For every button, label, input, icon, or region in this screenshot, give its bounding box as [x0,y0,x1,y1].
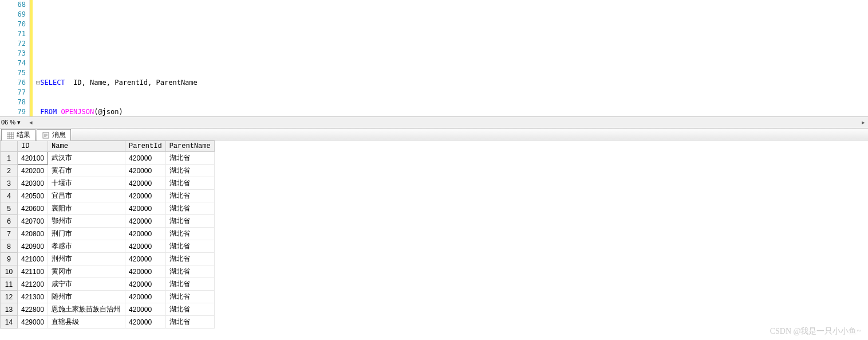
cell[interactable]: 孝感市 [48,240,125,253]
cell[interactable]: 湖北省 [165,291,214,303]
cell[interactable]: 湖北省 [165,228,214,240]
cell[interactable]: 420000 [125,228,166,240]
cell[interactable]: 黄冈市 [48,265,125,278]
row-number-cell[interactable]: 11 [1,278,18,291]
tab-messages[interactable]: 消息 [37,129,71,140]
row-number-cell[interactable]: 1 [1,152,18,165]
table-row[interactable]: 11421200咸宁市420000湖北省 [1,278,215,291]
row-number-cell[interactable]: 3 [1,177,18,190]
cell[interactable]: 420000 [125,253,166,265]
cell[interactable]: 鄂州市 [48,215,125,228]
cell[interactable]: 荆州市 [48,253,125,265]
cell[interactable]: 421300 [18,291,48,303]
cell[interactable]: 随州市 [48,291,125,303]
table-row[interactable]: 2420200黄石市420000湖北省 [1,165,215,177]
svg-rect-0 [7,132,14,139]
cell[interactable]: 420700 [18,215,48,228]
cell[interactable]: 420900 [18,240,48,253]
cell[interactable]: 420000 [125,165,166,177]
cell[interactable]: 湖北省 [165,316,214,329]
row-number-cell[interactable]: 2 [1,165,18,177]
cell[interactable]: 420000 [125,190,166,202]
cell[interactable]: 湖北省 [165,165,214,177]
cell[interactable]: 湖北省 [165,215,214,228]
cell[interactable]: 429000 [18,316,48,329]
cell[interactable]: 420000 [125,202,166,215]
table-row[interactable]: 1420100武汉市420000湖北省 [1,152,215,165]
corner-cell[interactable] [1,141,18,152]
cell[interactable]: 420000 [125,316,166,329]
scroll-left-icon[interactable]: ◂ [26,118,35,127]
zoom-level-dropdown[interactable]: 06 % ▾ [1,119,21,126]
table-row[interactable]: 5420600襄阳市420000湖北省 [1,202,215,215]
cell[interactable]: 420500 [18,190,48,202]
cell[interactable]: 420000 [125,240,166,253]
row-number-cell[interactable]: 7 [1,228,18,240]
table-row[interactable]: 4420500宜昌市420000湖北省 [1,190,215,202]
sql-editor[interactable]: 686970717273747576777879 ⊟SELECT ID, Nam… [0,0,868,116]
cell[interactable]: 十堰市 [48,177,125,190]
cell[interactable]: 湖北省 [165,177,214,190]
table-row[interactable]: 3420300十堰市420000湖北省 [1,177,215,190]
column-header-id[interactable]: ID [18,141,48,152]
scroll-right-icon[interactable]: ▸ [859,118,868,127]
cell[interactable]: 420000 [125,215,166,228]
column-header-name[interactable]: Name [48,141,125,152]
cell[interactable]: 湖北省 [165,240,214,253]
row-number-cell[interactable]: 8 [1,240,18,253]
horizontal-scrollbar[interactable]: ◂ ▸ [26,118,868,127]
row-number-cell[interactable]: 14 [1,316,18,329]
cell[interactable]: 咸宁市 [48,278,125,291]
table-row[interactable]: 10421100黄冈市420000湖北省 [1,265,215,278]
cell[interactable]: 420300 [18,177,48,190]
cell[interactable]: 荆门市 [48,228,125,240]
cell[interactable]: 黄石市 [48,165,125,177]
cell[interactable]: 湖北省 [165,278,214,291]
cell[interactable]: 420000 [125,278,166,291]
table-row[interactable]: 8420900孝感市420000湖北省 [1,240,215,253]
table-row[interactable]: 14429000直辖县级420000湖北省 [1,316,215,329]
results-table[interactable]: ID Name ParentId ParentName 1420100武汉市42… [0,140,215,329]
column-header-parentname[interactable]: ParentName [165,141,214,152]
column-header-parentid[interactable]: ParentId [125,141,166,152]
cell[interactable]: 湖北省 [165,265,214,278]
tab-results[interactable]: 结果 [1,129,35,140]
cell[interactable]: 420000 [125,177,166,190]
cell[interactable]: 襄阳市 [48,202,125,215]
cell[interactable]: 420000 [125,152,166,165]
cell[interactable]: 420100 [18,152,48,165]
cell[interactable]: 421100 [18,265,48,278]
table-row[interactable]: 9421000荆州市420000湖北省 [1,253,215,265]
table-row[interactable]: 13422800恩施土家族苗族自治州420000湖北省 [1,303,215,316]
cell[interactable]: 湖北省 [165,190,214,202]
cell[interactable]: 湖北省 [165,253,214,265]
table-row[interactable]: 12421300随州市420000湖北省 [1,291,215,303]
cell[interactable]: 直辖县级 [48,316,125,329]
cell[interactable]: 湖北省 [165,152,214,165]
row-number-cell[interactable]: 4 [1,190,18,202]
cell[interactable]: 420000 [125,265,166,278]
cell[interactable]: 420600 [18,202,48,215]
cell[interactable]: 恩施土家族苗族自治州 [48,303,125,316]
row-number-cell[interactable]: 10 [1,265,18,278]
cell[interactable]: 420800 [18,228,48,240]
cell[interactable]: 420000 [125,303,166,316]
table-row[interactable]: 6420700鄂州市420000湖北省 [1,215,215,228]
cell[interactable]: 武汉市 [48,152,125,165]
cell[interactable]: 宜昌市 [48,190,125,202]
row-number-cell[interactable]: 5 [1,202,18,215]
row-number-cell[interactable]: 12 [1,291,18,303]
results-grid[interactable]: ID Name ParentId ParentName 1420100武汉市42… [0,140,868,329]
row-number-cell[interactable]: 9 [1,253,18,265]
cell[interactable]: 湖北省 [165,202,214,215]
row-number-cell[interactable]: 13 [1,303,18,316]
code-text-area[interactable]: ⊟SELECT ID, Name, ParentId, ParentName F… [33,0,868,116]
cell[interactable]: 湖北省 [165,303,214,316]
cell[interactable]: 420200 [18,165,48,177]
row-number-cell[interactable]: 6 [1,215,18,228]
cell[interactable]: 422800 [18,303,48,316]
cell[interactable]: 420000 [125,291,166,303]
cell[interactable]: 421000 [18,253,48,265]
table-row[interactable]: 7420800荆门市420000湖北省 [1,228,215,240]
cell[interactable]: 421200 [18,278,48,291]
